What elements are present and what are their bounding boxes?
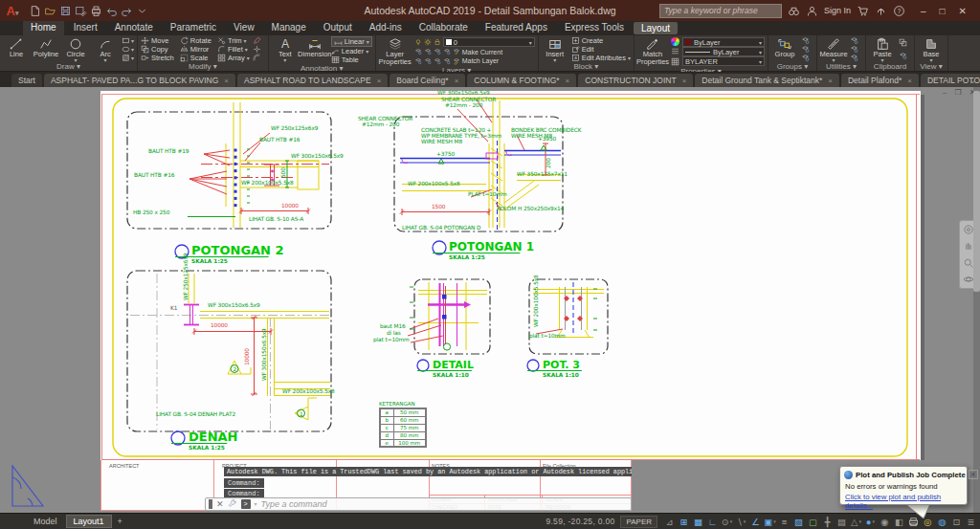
ribbon-tab-collaborate[interactable]: Collaborate — [412, 21, 476, 35]
layer-walk-icon[interactable] — [414, 57, 422, 65]
status-clean-screen-icon[interactable]: ⊡ — [949, 515, 964, 528]
lineweight-dropdown[interactable]: ByLayer▾ — [682, 47, 765, 56]
text-button[interactable]: AText▾ — [272, 36, 299, 64]
ribbon-tab-view[interactable]: View — [226, 21, 262, 35]
panel-title-clipboard[interactable]: Clipboard — [869, 62, 911, 72]
polyline-button[interactable]: Polyline — [33, 36, 59, 62]
object-color-dropdown[interactable]: ByLayer▾ — [682, 37, 765, 47]
qopen-icon[interactable] — [44, 5, 56, 17]
orbit-icon[interactable] — [963, 274, 974, 285]
status-customization-icon[interactable]: ≣ — [964, 515, 978, 528]
tab-close-icon[interactable]: × — [566, 77, 570, 85]
layer-merge-icon[interactable] — [434, 57, 441, 65]
customize-wrench-icon[interactable] — [228, 499, 237, 509]
maximize-button[interactable]: □ — [940, 6, 946, 16]
ribbon-tab-manage[interactable]: Manage — [264, 21, 314, 35]
file-tab[interactable]: Start — [11, 74, 42, 87]
measure-button[interactable]: Measure▾ — [820, 36, 847, 62]
edit-attributes-button[interactable]: aEdit Attributes▾ — [571, 54, 631, 62]
trim-button[interactable]: Trim▾ — [217, 36, 250, 45]
ribbon-tab-home[interactable]: Home — [23, 21, 64, 35]
ribbon-tab-output[interactable]: Output — [316, 21, 360, 35]
user-icon[interactable] — [806, 5, 818, 17]
ribbon-tab-featured-apps[interactable]: Featured Apps — [478, 21, 555, 35]
status-graphics-performance-icon[interactable]: ◍ — [935, 515, 949, 528]
panel-title-groups[interactable]: Groups ▾ — [771, 62, 813, 72]
scrollbar-thumb[interactable] — [973, 91, 980, 292]
tab-close-icon[interactable]: × — [682, 77, 687, 85]
layer-isolate-icon[interactable] — [424, 48, 432, 55]
chevron-down-icon[interactable]: ▾ — [255, 502, 257, 506]
command-grip-handle[interactable] — [209, 499, 212, 509]
tab-close-icon[interactable]: × — [224, 77, 229, 85]
panel-title-view[interactable]: View ▾ — [918, 62, 945, 72]
ellipse-button[interactable]: ▾ — [122, 45, 134, 54]
make-current-button[interactable]: Make Current — [462, 49, 502, 55]
tab-close-icon[interactable]: × — [828, 77, 833, 85]
status-annotation-visibility-icon[interactable]: ▤ — [835, 515, 849, 528]
quick-calc-button[interactable] — [850, 45, 862, 54]
edit-block-button[interactable]: Edit — [571, 45, 631, 54]
mirror-button[interactable]: Mirror — [180, 45, 212, 54]
stretch-button[interactable]: Stretch — [141, 54, 174, 62]
status-annotation-monitor-icon[interactable]: ◉ — [878, 515, 892, 528]
ribbon-tab-insert[interactable]: Insert — [66, 21, 105, 35]
vertical-scrollbar[interactable] — [973, 87, 980, 513]
group-edit-button[interactable] — [801, 45, 813, 54]
qdrop-icon[interactable] — [136, 5, 148, 17]
command-close-icon[interactable]: ✕ — [216, 499, 224, 509]
minimize-button[interactable]: – — [921, 6, 926, 16]
file-tab[interactable]: Detail Plafond*× — [841, 74, 919, 87]
layout-tab-model[interactable]: Model — [27, 516, 64, 527]
layer-unlock-icon[interactable] — [434, 38, 441, 46]
ribbon-tab-add-ins[interactable]: Add-ins — [362, 21, 410, 35]
tab-close-icon[interactable]: × — [907, 77, 912, 85]
status-ortho-mode-icon[interactable]: ∟ — [705, 515, 720, 528]
status-isometric-drafting-icon[interactable]: ∖▾ — [734, 515, 748, 528]
linear-dimension-button[interactable]: Linear▾ — [331, 36, 372, 47]
file-tab[interactable]: COLUMN & FOOTING*× — [467, 74, 576, 87]
status-infer-constraints-icon[interactable]: ⊿ — [662, 515, 677, 528]
file-tab[interactable]: Detail Ground Tank & Septiktank*× — [695, 74, 839, 87]
status-workspace-switching-icon[interactable]: ●▾ — [863, 515, 878, 528]
match-layer-button[interactable]: Match Layer — [462, 57, 500, 64]
layer-lock-icon[interactable] — [443, 48, 451, 55]
notification-close-icon[interactable]: x — [969, 470, 978, 479]
copy-button[interactable]: Copy — [141, 45, 174, 54]
create-block-button[interactable]: Create — [571, 36, 631, 45]
qnew-icon[interactable] — [29, 5, 41, 17]
panel-title-utilities[interactable]: Utilities ▾ — [820, 62, 862, 72]
paper-model-toggle[interactable]: PAPER — [620, 516, 657, 528]
panel-title-modify[interactable]: Modify ▾ — [141, 62, 265, 72]
sign-in-button[interactable]: Sign In — [824, 6, 851, 15]
status-transparency-icon[interactable]: ▨ — [791, 515, 806, 528]
base-button[interactable]: Base▾ — [918, 36, 945, 62]
erase-button[interactable] — [253, 36, 265, 45]
explode-button[interactable] — [253, 45, 265, 54]
move-button[interactable]: Move — [141, 36, 174, 45]
file-tab[interactable]: CONSTRUCTION JOINT× — [578, 74, 693, 87]
hatch-button[interactable]: ▾ — [122, 54, 134, 62]
status-lineweight-icon[interactable]: ≡ — [777, 515, 791, 528]
file-tab[interactable]: Board Ceiling*× — [390, 74, 465, 87]
layer-delete-icon[interactable] — [443, 57, 451, 65]
qsaveas-icon[interactable] — [75, 5, 87, 17]
qsave-icon[interactable] — [59, 5, 72, 17]
zoom-magnifier-icon[interactable] — [963, 257, 974, 269]
notification-details-link[interactable]: Click to view plot and publish details..… — [845, 493, 963, 510]
panel-title-draw[interactable]: Draw ▾ — [3, 62, 134, 72]
match-properties-button[interactable]: Match Properties — [637, 36, 668, 67]
quick-select-button[interactable] — [850, 36, 862, 45]
offset-button[interactable] — [253, 54, 265, 62]
file-tab[interactable]: ASPHALT- PAVED PA...G TO BLOCK PAVING× — [44, 74, 235, 87]
store-cart-icon[interactable] — [857, 5, 869, 17]
arc-button[interactable]: Arc▾ — [92, 36, 119, 62]
help-search-input[interactable]: Type a keyword or phrase — [659, 4, 782, 18]
status-snap-mode-icon[interactable]: ⊞ — [677, 515, 691, 528]
qundo-icon[interactable] — [105, 5, 118, 17]
layer-off-icon[interactable] — [414, 48, 422, 55]
drawing-canvas[interactable]: ARCHITECT PROJECT NOTES File Collection … — [0, 87, 980, 513]
layer-on-icon[interactable] — [414, 38, 422, 46]
leader-button[interactable]: Leader▾ — [331, 47, 372, 55]
command-bar[interactable]: ✕ > ▾ Type a command — [205, 497, 632, 511]
